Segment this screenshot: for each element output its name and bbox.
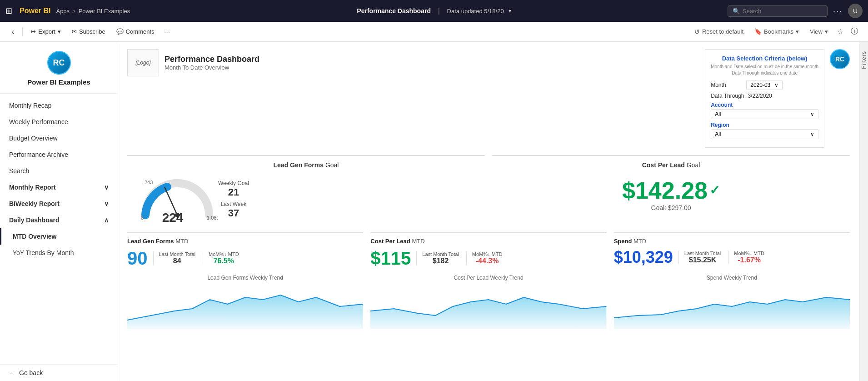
cost-per-lead-goal-section: Cost Per Lead Goal $142.28 ✓ Goal: $297.… xyxy=(492,155,850,225)
sidebar-item-weekly-performance[interactable]: Weekly Performance xyxy=(0,114,118,130)
sidebar-item-monthly-report[interactable]: Monthly Report ∨ xyxy=(0,179,118,196)
nav-data-updated: Data updated 5/18/20 xyxy=(447,8,504,15)
collapse-button[interactable]: ‹ xyxy=(7,25,19,39)
export-chevron-icon: ▾ xyxy=(58,28,61,35)
cpl-last-month-val: $182 xyxy=(422,257,459,265)
sidebar-nav: Monthly Recap Weekly Performance Budget … xyxy=(0,94,118,364)
breadcrumb-current[interactable]: Power BI Examples xyxy=(79,8,130,15)
region-chevron-icon: ∨ xyxy=(810,131,814,137)
last-week-label: Last Week xyxy=(218,201,249,207)
sidebar-item-performance-archive[interactable]: Performance Archive xyxy=(0,146,118,163)
sidebar-header: RC Power BI Examples xyxy=(0,42,118,94)
filters-label: Filters xyxy=(861,51,867,69)
favorite-icon[interactable]: ☆ xyxy=(834,25,846,39)
sidebar-item-monthly-recap[interactable]: Monthly Recap xyxy=(0,97,118,114)
data-row-account: All ∨ xyxy=(711,109,818,119)
sidebar-subitem-mtd-overview[interactable]: MTD Overview xyxy=(0,228,118,245)
nav-title: Performance Dashboard xyxy=(357,7,431,15)
breadcrumb-apps[interactable]: Apps xyxy=(56,8,70,15)
sidebar-item-budget-overview[interactable]: Budget Overview xyxy=(0,130,118,146)
cpl-mom-val: -44.3% xyxy=(472,257,503,265)
data-selection-note: Month and Date selection must be in the … xyxy=(711,64,818,76)
data-row-through: Data Through 3/22/2020 xyxy=(711,93,818,99)
svg-line-0 xyxy=(165,187,177,215)
lead-gen-trend-chart xyxy=(127,284,363,329)
mtd-grid: Lead Gen Forms MTD 90 Last Month Total 8… xyxy=(127,232,850,267)
cost-per-lead-mtd-title: Cost Per Lead MTD xyxy=(370,238,606,245)
filters-panel[interactable]: Filters xyxy=(859,42,868,381)
cost-per-lead-trend-title: Cost Per Lead Weekly Trend xyxy=(370,275,606,281)
cost-per-lead-mtd-section: Cost Per Lead MTD $115 Last Month Total … xyxy=(370,232,606,267)
more-toolbar-button[interactable]: ··· xyxy=(161,25,175,38)
waffle-icon[interactable]: ⊞ xyxy=(5,6,12,16)
sidebar-subitem-yoy-trends[interactable]: YoY Trends By Month xyxy=(0,245,118,261)
subscribe-button[interactable]: ✉ Subscribe xyxy=(67,25,110,38)
weekly-goal-val: 21 xyxy=(218,186,249,198)
avatar[interactable]: U xyxy=(848,4,863,18)
lead-gen-trend-section: Lead Gen Forms Weekly Trend xyxy=(127,275,363,329)
reset-button[interactable]: ↺ Reset to default xyxy=(690,25,748,38)
spend-mom-label: MoM%↓ MTD xyxy=(734,251,764,256)
bookmarks-button[interactable]: 🔖 Bookmarks ▾ xyxy=(750,25,803,38)
export-icon: ↦ xyxy=(31,28,36,35)
lead-gen-last-month-col: Last Month Total 84 xyxy=(153,251,196,265)
gauge-svg: 0 1,083 243 xyxy=(136,174,218,220)
spend-mtd-values: $10,329 Last Month Total $15.25K MoM%↓ M… xyxy=(614,249,850,266)
region-filter-label: Region xyxy=(711,122,818,128)
region-value: All xyxy=(715,131,721,137)
sidebar-app-name: Power BI Examples xyxy=(27,78,90,86)
logo-placeholder: {Logo} xyxy=(127,49,159,76)
dashboard-main-title: Performance Dashboard xyxy=(165,55,259,64)
account-dropdown[interactable]: All ∨ xyxy=(711,109,818,119)
svg-text:243: 243 xyxy=(145,180,153,185)
comments-button[interactable]: 💬 Comments xyxy=(112,25,159,38)
spend-mtd-section: Spend MTD $10,329 Last Month Total $15.2… xyxy=(614,232,850,267)
search-box[interactable]: 🔍 xyxy=(728,5,828,17)
month-label: Month xyxy=(711,82,743,88)
cost-per-lead-trend-section: Cost Per Lead Weekly Trend xyxy=(370,275,606,329)
sidebar-logo: RC xyxy=(47,51,71,75)
search-input[interactable] xyxy=(743,8,815,15)
lead-gen-mtd-side: Last Month Total 84 MoM%↓ MTD 76.5% xyxy=(153,251,239,265)
spend-mtd-big: $10,329 xyxy=(614,249,673,266)
toolbar-right: ↺ Reset to default 🔖 Bookmarks ▾ View ▾ … xyxy=(690,24,861,39)
nav-chevron-icon[interactable]: ▾ xyxy=(509,8,511,14)
cost-per-lead-trend-chart xyxy=(370,284,606,329)
spend-trend-title: Spend Weekly Trend xyxy=(614,275,850,281)
month-dropdown[interactable]: 2020-03 ∨ xyxy=(746,80,783,90)
svg-point-1 xyxy=(175,213,180,217)
gauge-container: 0 1,083 243 224 Weekly Goal 21 Last Week xyxy=(127,174,485,225)
sidebar-item-daily-dashboard[interactable]: Daily Dashboard ∧ xyxy=(0,212,118,228)
lead-gen-trend-title: Lead Gen Forms Weekly Trend xyxy=(127,275,363,281)
lead-gen-mtd-title: Lead Gen Forms MTD xyxy=(127,238,363,245)
sidebar-go-back[interactable]: ← Go back xyxy=(0,364,118,381)
export-button[interactable]: ↦ Export ▾ xyxy=(26,25,65,38)
account-chevron-icon: ∨ xyxy=(810,111,814,117)
sidebar-item-biweekly-report[interactable]: BiWeekly Report ∨ xyxy=(0,196,118,212)
sidebar-item-search[interactable]: Search xyxy=(0,163,118,179)
more-options-icon[interactable]: ··· xyxy=(833,6,843,16)
lead-gen-mom-label: MoM%↓ MTD xyxy=(209,251,239,257)
spend-last-month-col: Last Month Total $15.25K xyxy=(678,251,721,264)
cost-per-lead-mtd-side: Last Month Total $182 MoM%↓ MTD -44.3% xyxy=(416,251,502,265)
sidebar: RC Power BI Examples Monthly Recap Weekl… xyxy=(0,42,118,381)
view-button[interactable]: View ▾ xyxy=(805,25,833,38)
cpl-mom-col: MoM%↓ MTD -44.3% xyxy=(466,251,503,265)
spend-last-month-label: Last Month Total xyxy=(684,251,721,256)
cpl-mom-label: MoM%↓ MTD xyxy=(472,251,503,257)
cpl-last-month-col: Last Month Total $182 xyxy=(416,251,459,265)
cpl-section: $142.28 ✓ Goal: $297.00 xyxy=(492,174,850,216)
search-icon: 🔍 xyxy=(733,8,740,15)
region-dropdown[interactable]: All ∨ xyxy=(711,129,818,139)
lead-gen-mtd-values: 90 Last Month Total 84 MoM%↓ MTD 76.5% xyxy=(127,249,363,267)
go-back-arrow-icon: ← xyxy=(9,369,15,376)
main-layout: RC Power BI Examples Monthly Recap Weekl… xyxy=(0,42,868,381)
biweekly-report-chevron-icon: ∨ xyxy=(104,200,109,207)
svg-text:1,083: 1,083 xyxy=(207,215,218,220)
info-icon[interactable]: ⓘ xyxy=(848,24,861,39)
lead-gen-goal-title: Lead Gen Forms Goal xyxy=(127,161,485,169)
spend-trend-section: Spend Weekly Trend xyxy=(614,275,850,329)
breadcrumb: Apps > Power BI Examples xyxy=(56,8,130,15)
bookmark-icon: 🔖 xyxy=(754,28,762,35)
lead-gen-mtd-section: Lead Gen Forms MTD 90 Last Month Total 8… xyxy=(127,232,363,267)
